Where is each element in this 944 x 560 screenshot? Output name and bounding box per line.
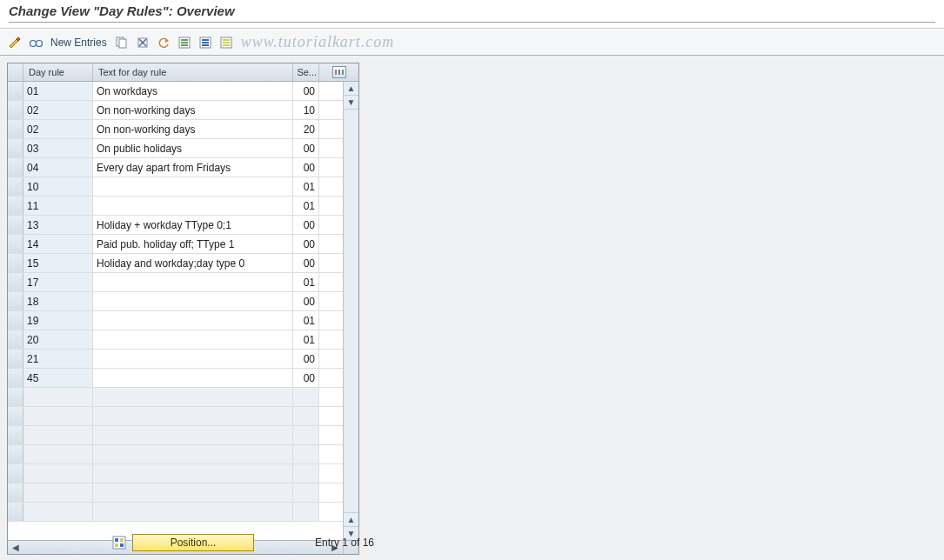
cell-text[interactable] bbox=[93, 292, 293, 310]
cell-day-rule[interactable]: 03 bbox=[23, 139, 93, 157]
row-selector[interactable] bbox=[8, 158, 23, 177]
row-selector[interactable] bbox=[8, 273, 23, 291]
cell-se[interactable]: 01 bbox=[293, 273, 319, 291]
cell-text[interactable]: Every day apart from Fridays bbox=[93, 158, 293, 177]
cell-se[interactable]: 00 bbox=[293, 139, 319, 157]
cell-text[interactable] bbox=[93, 503, 293, 521]
table-settings-header[interactable] bbox=[319, 63, 358, 81]
cell-se[interactable]: 00 bbox=[293, 235, 319, 253]
cell-text[interactable]: Paid pub. holiday off; TType 1 bbox=[93, 235, 293, 253]
row-selector[interactable] bbox=[8, 139, 23, 157]
cell-text[interactable]: On workdays bbox=[93, 82, 293, 100]
col-header-day-rule[interactable]: Day rule bbox=[23, 63, 93, 81]
row-selector[interactable] bbox=[8, 216, 23, 234]
cell-text[interactable] bbox=[93, 426, 293, 444]
row-selector-header[interactable] bbox=[8, 63, 23, 81]
cell-text[interactable]: On public holidays bbox=[93, 139, 293, 157]
row-selector[interactable] bbox=[8, 426, 23, 444]
cell-se[interactable]: 10 bbox=[293, 101, 319, 119]
cell-day-rule[interactable]: 20 bbox=[23, 330, 93, 349]
cell-day-rule[interactable] bbox=[23, 483, 93, 502]
cell-se[interactable]: 00 bbox=[293, 254, 319, 272]
row-selector[interactable] bbox=[8, 407, 23, 425]
cell-day-rule[interactable] bbox=[23, 503, 93, 521]
scroll-track[interactable] bbox=[344, 110, 358, 512]
cell-day-rule[interactable]: 02 bbox=[23, 120, 93, 138]
row-selector[interactable] bbox=[8, 120, 23, 138]
row-selector[interactable] bbox=[8, 292, 23, 310]
cell-day-rule[interactable]: 21 bbox=[23, 350, 93, 368]
cell-se[interactable]: 20 bbox=[293, 120, 319, 138]
deselect-all-icon[interactable] bbox=[218, 35, 234, 50]
cell-text[interactable] bbox=[93, 273, 293, 291]
display-change-icon[interactable] bbox=[7, 35, 23, 50]
cell-text[interactable]: Holiday and workday;day type 0 bbox=[93, 254, 293, 272]
cell-day-rule[interactable]: 19 bbox=[23, 311, 93, 330]
cell-text[interactable] bbox=[93, 483, 293, 502]
undo-icon[interactable] bbox=[156, 35, 171, 50]
cell-text[interactable] bbox=[93, 388, 293, 406]
row-selector[interactable] bbox=[8, 197, 23, 215]
cell-day-rule[interactable]: 18 bbox=[23, 292, 93, 310]
row-selector[interactable] bbox=[8, 254, 23, 272]
cell-se[interactable]: 01 bbox=[293, 197, 319, 215]
row-selector[interactable] bbox=[8, 82, 23, 100]
cell-day-rule[interactable] bbox=[23, 445, 93, 463]
scroll-up-arrow-2[interactable]: ▼ bbox=[344, 96, 358, 110]
cell-se[interactable]: 00 bbox=[293, 369, 319, 387]
select-block-icon[interactable] bbox=[198, 35, 213, 50]
cell-text[interactable]: Holiday + workday TType 0;1 bbox=[93, 216, 293, 234]
cell-se[interactable] bbox=[293, 426, 319, 444]
row-selector[interactable] bbox=[8, 177, 23, 196]
cell-text[interactable] bbox=[93, 330, 293, 349]
cell-se[interactable]: 00 bbox=[293, 82, 319, 100]
row-selector[interactable] bbox=[8, 101, 23, 119]
cell-se[interactable] bbox=[293, 483, 319, 502]
cell-day-rule[interactable]: 11 bbox=[23, 197, 93, 215]
row-selector[interactable] bbox=[8, 503, 23, 521]
copy-icon[interactable] bbox=[114, 35, 130, 50]
row-selector[interactable] bbox=[8, 464, 23, 483]
cell-day-rule[interactable]: 45 bbox=[23, 369, 93, 387]
cell-text[interactable] bbox=[93, 197, 293, 215]
new-entries-button[interactable]: New Entries bbox=[49, 37, 109, 49]
cell-text[interactable]: On non-working days bbox=[93, 101, 293, 119]
table-settings-icon[interactable] bbox=[332, 66, 346, 78]
scroll-down-arrow-2[interactable]: ▲ bbox=[344, 512, 358, 526]
cell-se[interactable] bbox=[293, 407, 319, 425]
col-header-se[interactable]: Se... bbox=[293, 63, 319, 81]
cell-text[interactable] bbox=[93, 350, 293, 368]
cell-day-rule[interactable]: 14 bbox=[23, 235, 93, 253]
select-all-icon[interactable] bbox=[177, 35, 192, 50]
cell-text[interactable]: On non-working days bbox=[93, 120, 293, 138]
cell-se[interactable] bbox=[293, 445, 319, 463]
row-selector[interactable] bbox=[8, 235, 23, 253]
cell-se[interactable]: 00 bbox=[293, 158, 319, 177]
cell-day-rule[interactable]: 01 bbox=[23, 82, 93, 100]
position-icon[interactable] bbox=[111, 535, 127, 550]
glasses-icon[interactable] bbox=[28, 35, 44, 50]
cell-se[interactable] bbox=[293, 388, 319, 406]
cell-se[interactable]: 01 bbox=[293, 177, 319, 196]
row-selector[interactable] bbox=[8, 369, 23, 387]
row-selector[interactable] bbox=[8, 350, 23, 368]
cell-text[interactable] bbox=[93, 311, 293, 330]
row-selector[interactable] bbox=[8, 388, 23, 406]
cell-day-rule[interactable]: 02 bbox=[23, 101, 93, 119]
row-selector[interactable] bbox=[8, 445, 23, 463]
cell-day-rule[interactable] bbox=[23, 388, 93, 406]
cell-text[interactable] bbox=[93, 407, 293, 425]
scroll-up-arrow[interactable]: ▲ bbox=[344, 82, 358, 96]
position-button[interactable]: Position... bbox=[132, 534, 254, 551]
vertical-scrollbar[interactable]: ▲ ▼ ▲ ▼ bbox=[343, 82, 358, 540]
cell-se[interactable]: 00 bbox=[293, 350, 319, 368]
cell-day-rule[interactable]: 10 bbox=[23, 177, 93, 196]
cell-se[interactable]: 00 bbox=[293, 292, 319, 310]
cell-se[interactable] bbox=[293, 503, 319, 521]
cell-day-rule[interactable] bbox=[23, 426, 93, 444]
cell-text[interactable] bbox=[93, 369, 293, 387]
cell-se[interactable]: 01 bbox=[293, 311, 319, 330]
cell-day-rule[interactable]: 04 bbox=[23, 158, 93, 177]
cell-text[interactable] bbox=[93, 177, 293, 196]
cell-se[interactable]: 01 bbox=[293, 330, 319, 349]
